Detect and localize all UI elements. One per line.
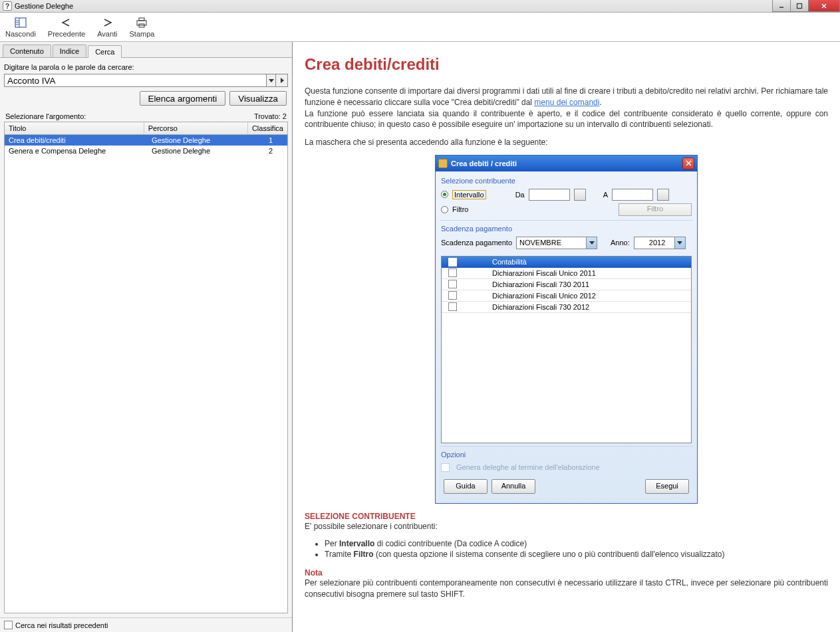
svg-rect-9 — [137, 21, 146, 25]
dialog-titlebar: Crea debiti / crediti — [436, 156, 697, 171]
programs-list: Contabilità Dichiarazioni Fiscali Unico … — [441, 256, 692, 443]
col-rank[interactable]: Classifica — [248, 122, 287, 134]
tab-contenuto[interactable]: Contenuto — [3, 45, 51, 57]
list-item[interactable]: Dichiarazioni Fiscali 730 2011 — [442, 279, 691, 290]
esegui-button[interactable]: Esegui — [645, 479, 689, 494]
list-item-checkbox[interactable] — [448, 291, 457, 300]
section-selezione-contribuente: Selezione contribuente — [441, 175, 692, 187]
list-item-checkbox[interactable] — [448, 302, 457, 311]
menu-dei-comandi-link[interactable]: menu dei comandi — [534, 98, 599, 107]
help-icon: ? — [3, 1, 12, 11]
result-row[interactable]: Crea debiti/crediti Gestione Deleghe 1 — [5, 135, 287, 146]
da-input[interactable] — [529, 189, 570, 201]
intro-paragraph: Questa funzione consente di importare da… — [305, 86, 828, 130]
print-button[interactable]: Stampa — [130, 14, 155, 40]
anno-select[interactable]: 2012 — [634, 237, 686, 249]
opzione-checkbox[interactable] — [441, 463, 450, 472]
chevron-down-icon — [586, 237, 597, 249]
page-title: Crea debiti/crediti — [305, 55, 828, 74]
hide-button[interactable]: Nascondi — [5, 14, 36, 40]
minimize-button[interactable] — [772, 0, 791, 12]
window-title: Gestione Deleghe — [15, 2, 73, 10]
toolbar: Nascondi Precedente Avanti Stampa — [0, 13, 840, 42]
col-title[interactable]: Titolo — [5, 122, 144, 134]
list-header-checkbox[interactable] — [448, 258, 457, 266]
annulla-button[interactable]: Annulla — [491, 479, 535, 494]
scadenza-select[interactable]: NOVEMBRE — [516, 237, 597, 249]
dialog-title: Crea debiti / crediti — [451, 159, 517, 167]
content-area: Crea debiti/crediti Questa funzione cons… — [293, 42, 840, 632]
results-table: Titolo Percorso Classifica Crea debiti/c… — [4, 122, 288, 613]
section-heading: SELEZIONE CONTRIBUENTE — [305, 512, 828, 521]
tab-indice[interactable]: Indice — [53, 45, 86, 57]
arrow-right-icon — [100, 15, 114, 30]
printer-icon — [134, 15, 149, 30]
dialog-close-button[interactable] — [682, 158, 694, 169]
tab-cerca[interactable]: Cerca — [88, 45, 122, 58]
radio-intervallo-label: Intervallo — [452, 190, 486, 199]
mask-intro: La maschera che si presenta accedendo al… — [305, 137, 828, 148]
list-item[interactable]: Dichiarazioni Fiscali 730 2012 — [442, 302, 691, 313]
close-button[interactable] — [808, 0, 840, 12]
hide-icon — [13, 15, 28, 30]
sidebar: Contenuto Indice Cerca Digitare la parol… — [0, 42, 293, 632]
maximize-button[interactable] — [790, 0, 809, 12]
bullet-list: Per Intervallo di codici contribuente (D… — [325, 539, 828, 559]
guida-button[interactable]: Guida — [444, 479, 488, 494]
radio-intervallo[interactable] — [441, 191, 448, 198]
svg-rect-10 — [139, 18, 144, 21]
show-button[interactable]: Visualizza — [229, 91, 287, 106]
nota-heading: Nota — [305, 568, 828, 578]
list-item[interactable]: Dichiarazioni Fiscali Unico 2012 — [442, 290, 691, 302]
a-lookup-button[interactable] — [657, 189, 669, 201]
search-go-button[interactable] — [276, 74, 288, 87]
prev-button[interactable]: Precedente — [48, 14, 85, 40]
prev-results-checkbox[interactable] — [4, 621, 13, 629]
dialog-icon — [438, 159, 448, 168]
list-item-checkbox[interactable] — [448, 280, 457, 288]
select-topic-label: Selezionare l'argomento: — [5, 112, 86, 120]
result-row[interactable]: Genera e Compensa Deleghe Gestione Deleg… — [5, 146, 287, 156]
next-button[interactable]: Avanti — [97, 14, 117, 40]
svg-rect-1 — [797, 3, 802, 8]
section-opzioni: Opzioni — [441, 449, 692, 461]
search-prompt: Digitare la parola o le parole da cercar… — [4, 63, 288, 71]
filtro-button[interactable]: Filtro — [619, 203, 692, 216]
found-count: Trovato: 2 — [254, 112, 287, 120]
radio-filtro-label: Filtro — [452, 205, 468, 213]
nota-text: Per selezionare più contribuenti contemp… — [305, 578, 828, 600]
radio-filtro[interactable] — [441, 206, 448, 213]
list-item[interactable]: Dichiarazioni Fiscali Unico 2011 — [442, 268, 691, 279]
a-input[interactable] — [612, 189, 653, 201]
section-scadenza-pagamento: Scadenza pagamento — [441, 223, 692, 235]
da-lookup-button[interactable] — [574, 189, 586, 201]
chevron-down-icon — [674, 237, 685, 249]
search-input[interactable] — [4, 74, 267, 87]
list-topics-button[interactable]: Elenca argomenti — [140, 91, 226, 106]
crea-debiti-dialog: Crea debiti / crediti Selezione contribu… — [435, 155, 698, 504]
window-titlebar: ? Gestione Deleghe — [0, 0, 840, 13]
list-item-checkbox[interactable] — [448, 268, 457, 277]
arrow-left-icon — [59, 15, 74, 30]
search-dropdown-button[interactable] — [267, 74, 276, 87]
prev-results-label: Cerca nei risultati precedenti — [15, 621, 108, 629]
col-path[interactable]: Percorso — [144, 122, 248, 134]
